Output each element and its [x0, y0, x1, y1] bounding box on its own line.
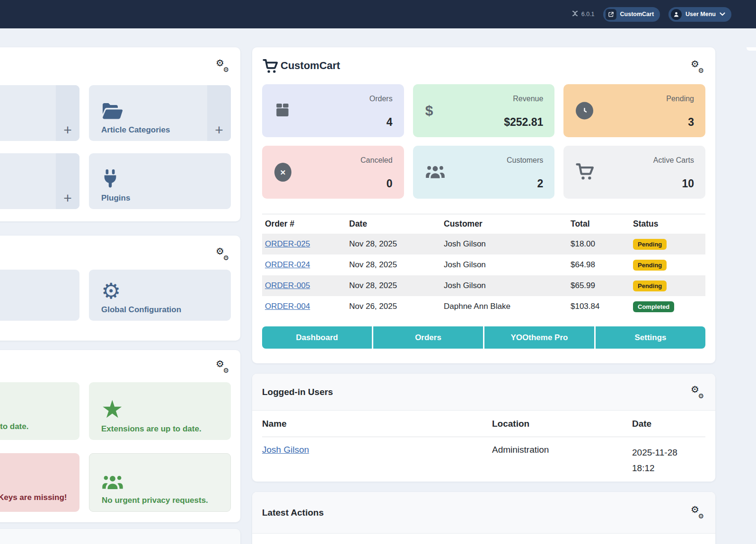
col-header-date: Date [632, 419, 705, 429]
stat-label: Revenue [513, 95, 543, 103]
latest-actions-panel: Latest Actions ⚙ ⚙ [252, 492, 715, 544]
recent-orders-table: Order # Date Customer Total Status ORDER… [262, 214, 705, 317]
joomla-update-status-tile[interactable]: to date. [0, 382, 79, 440]
users-group-icon [425, 164, 445, 181]
quick-tile-cutoff-1[interactable]: + [0, 85, 79, 141]
panel-settings-gears-icon[interactable]: ⚙ ⚙ [691, 386, 704, 398]
chevron-down-icon [720, 11, 725, 18]
add-button[interactable]: + [56, 85, 79, 141]
stat-label: Active Carts [653, 156, 694, 165]
add-button[interactable]: + [56, 153, 79, 209]
col-header-location: Location [492, 419, 632, 429]
logged-in-users-panel: Logged-in Users ⚙ ⚙ Name Location Date J… [252, 374, 715, 482]
users-table-header: Name Location Date [262, 411, 705, 437]
stat-value: $252.81 [504, 116, 543, 129]
stat-card-orders: Orders 4 [262, 84, 404, 137]
stat-value: 0 [387, 177, 393, 190]
stat-card-pending: Pending 3 [563, 84, 705, 137]
stat-label: Customers [507, 156, 543, 165]
stat-label: Orders [369, 95, 393, 103]
order-date: Nov 28, 2025 [349, 239, 444, 249]
stat-card-revenue: $ Revenue $252.81 [413, 84, 555, 137]
customcart-stats-grid: Orders 4 $ Revenue $252.81 Pending 3 ✕ C… [262, 84, 705, 199]
external-link-icon [606, 9, 616, 20]
users-group-icon [102, 473, 123, 492]
order-total: $103.84 [571, 302, 633, 311]
panel-title: Logged-in Users [262, 374, 333, 411]
stat-card-canceled: ✕ Canceled 0 [262, 146, 404, 199]
col-header-status: Status [633, 219, 705, 229]
table-row: Josh Gilson Administration 2025-11-28 18… [262, 445, 705, 476]
order-total: $64.98 [571, 260, 633, 270]
order-customer: Josh Gilson [444, 281, 571, 290]
user-menu-button[interactable]: User Menu [668, 7, 731, 22]
stat-label: Canceled [360, 156, 393, 165]
joomla-version: 6.0.1 [571, 10, 595, 18]
panel-settings-gears-icon[interactable]: ⚙ ⚙ [691, 61, 704, 73]
panel-settings-gears-icon[interactable]: ⚙ ⚙ [691, 506, 704, 518]
order-link[interactable]: ORDER-005 [265, 281, 310, 290]
cutoff-panel-corner [747, 47, 756, 51]
customcart-navbar-button[interactable]: CustomCart [603, 7, 660, 22]
clock-icon [576, 102, 593, 120]
order-date: Nov 28, 2025 [349, 281, 444, 290]
download-keys-status-tile[interactable]: Keys are missing! [0, 453, 79, 512]
stat-card-customers: Customers 2 [413, 146, 555, 199]
config-tile-cutoff[interactable] [0, 270, 79, 321]
extensions-status-text: Extensions are up to date. [101, 424, 202, 434]
stat-value: 2 [537, 177, 544, 190]
stat-value: 4 [387, 116, 393, 129]
order-total: $65.99 [571, 281, 633, 290]
panel-settings-gears-icon[interactable]: ⚙ ⚙ [216, 360, 229, 373]
stat-value: 10 [682, 177, 694, 190]
quick-tile-cutoff-2[interactable]: + [0, 153, 79, 209]
order-link[interactable]: ORDER-024 [265, 260, 310, 269]
yootheme-pro-button[interactable]: YOOtheme Pro [484, 326, 594, 349]
stat-label: Pending [666, 95, 694, 103]
joomla-update-status-text: to date. [0, 422, 28, 431]
table-row: ORDER-004 Nov 26, 2025 Daphne Ann Blake … [262, 296, 705, 317]
article-categories-tile[interactable]: Article Categories + [89, 85, 231, 141]
order-link[interactable]: ORDER-025 [265, 239, 310, 248]
order-link[interactable]: ORDER-004 [265, 302, 310, 311]
shopping-cart-icon [576, 163, 595, 182]
privacy-status-text: No urgent privacy requests. [102, 496, 208, 505]
dashboard-button[interactable]: Dashboard [262, 326, 372, 349]
user-login-date: 2025-11-28 18:12 [632, 445, 705, 476]
gear-icon: ⚙ [101, 280, 121, 302]
plugins-tile[interactable]: Plugins [89, 153, 231, 209]
version-text: 6.0.1 [581, 11, 595, 18]
order-total: $18.00 [571, 239, 633, 249]
user-menu-label: User Menu [686, 11, 716, 18]
customcart-navbar-label: CustomCart [620, 11, 654, 18]
article-categories-label: Article Categories [101, 125, 170, 135]
star-icon: ★ [101, 398, 123, 421]
panel-settings-gears-icon[interactable]: ⚙ ⚙ [216, 60, 229, 72]
order-customer: Josh Gilson [444, 239, 571, 249]
settings-button[interactable]: Settings [596, 326, 705, 349]
orders-button[interactable]: Orders [373, 326, 483, 349]
panel-settings-gears-icon[interactable]: ⚙ ⚙ [216, 248, 229, 260]
status-badge: Pending [633, 260, 667, 271]
shopping-cart-icon [263, 59, 279, 75]
table-row: ORDER-005 Nov 28, 2025 Josh Gilson $65.9… [262, 275, 705, 296]
user-link[interactable]: Josh Gilson [262, 445, 309, 455]
table-row: ORDER-024 Nov 28, 2025 Josh Gilson $64.9… [262, 254, 705, 275]
navbar-right-group: 6.0.1 CustomCart User Menu [571, 0, 731, 28]
stat-value: 3 [688, 116, 694, 129]
global-configuration-label: Global Configuration [101, 305, 181, 315]
customcart-nav-buttons: Dashboard Orders YOOtheme Pro Settings [262, 326, 705, 349]
panel-title: Latest Actions [262, 492, 324, 534]
extensions-status-tile[interactable]: ★ Extensions are up to date. [89, 382, 231, 440]
status-badge: Pending [633, 281, 667, 291]
customcart-module-panel: CustomCart ⚙ ⚙ Orders 4 $ Revenue $252.8… [252, 47, 715, 363]
plus-icon: + [63, 190, 72, 206]
next-panel-sliver [0, 529, 240, 544]
global-configuration-tile[interactable]: ⚙ Global Configuration [89, 270, 231, 321]
joomla-logo-icon [571, 10, 579, 18]
add-article-category-button[interactable]: + [207, 85, 231, 141]
status-badge: Completed [633, 301, 674, 312]
privacy-requests-status-tile[interactable]: No urgent privacy requests. [89, 453, 231, 512]
col-header-date: Date [349, 219, 444, 229]
site-status-panel: ⚙ ⚙ to date. ★ Extensions are up to date… [0, 350, 240, 522]
